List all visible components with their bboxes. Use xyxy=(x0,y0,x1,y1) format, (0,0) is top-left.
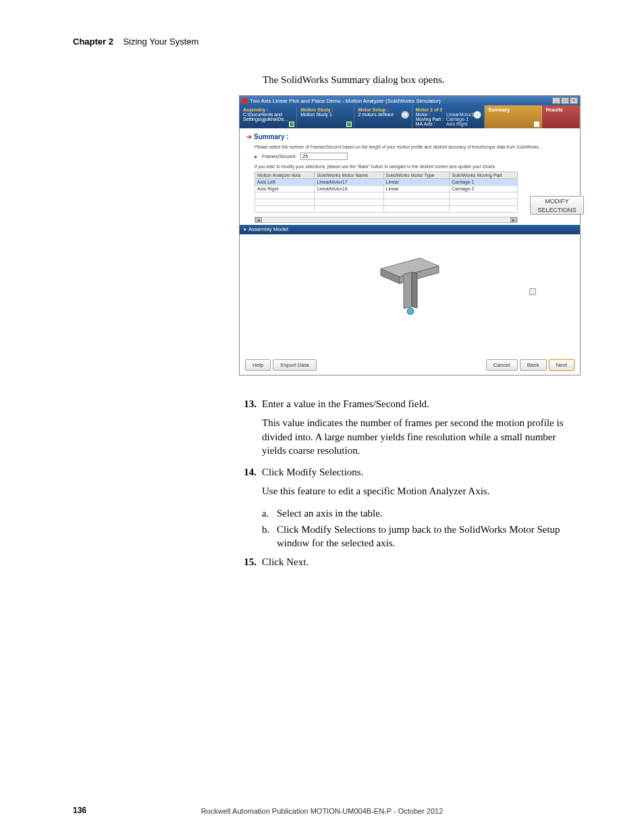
table-row[interactable] xyxy=(255,192,518,199)
frames-second-label: Frames/Second: xyxy=(262,154,296,159)
step-motion-study[interactable]: Motion Study : Motion Study 1 xyxy=(297,105,354,128)
step-summary[interactable]: Summary xyxy=(485,105,542,128)
check-icon xyxy=(289,122,294,127)
close-button[interactable]: × xyxy=(570,97,578,104)
modify-selections-button[interactable]: MODIFY SELECTIONS xyxy=(530,196,584,215)
page-header: Chapter 2 Sizing Your System xyxy=(73,36,571,47)
assembly-model-bar[interactable]: ▾Assembly Model xyxy=(240,225,580,234)
step-results[interactable]: Results xyxy=(542,105,580,128)
window-title: Two Axis Linear Pick and Place Demo - Mo… xyxy=(250,98,441,104)
check-icon xyxy=(346,122,352,127)
check-icon xyxy=(534,122,539,127)
maximize-button[interactable]: □ xyxy=(561,97,569,104)
step-15: 15. Click Next. xyxy=(242,555,579,569)
axis-table[interactable]: Motion Analyzer Axis SolidWorks Motor Na… xyxy=(254,172,518,213)
step-motor-setup[interactable]: Motor Setup : 2 motors defined ⓘ xyxy=(354,105,412,128)
dialog-body: ➔Summary : Please select the number of F… xyxy=(240,128,580,223)
table-row[interactable] xyxy=(255,206,518,213)
frames-second-row: ▶ Frames/Second: xyxy=(254,153,573,160)
cancel-button[interactable]: Cancel xyxy=(486,359,518,371)
collapse-icon: ▾ xyxy=(244,227,246,232)
table-row[interactable]: Axis Left LinearMotor17 Linear Carriage-… xyxy=(255,179,518,186)
step-13-para: This value indicates the number of frame… xyxy=(262,416,579,457)
info-icon[interactable]: ⓘ xyxy=(401,111,409,119)
horizontal-scrollbar[interactable]: ◄► xyxy=(254,217,518,223)
table-row[interactable]: Axis Right LinearMotor18 Linear Carriage… xyxy=(255,186,518,192)
model-3d-icon xyxy=(373,254,447,315)
svg-marker-4 xyxy=(412,272,417,308)
triangle-icon: ▶ xyxy=(254,154,258,159)
svg-point-5 xyxy=(407,308,414,315)
frames-second-input[interactable] xyxy=(300,153,348,160)
chapter-label: Chapter 2 xyxy=(73,36,113,47)
step-assembly[interactable]: Assembly : C:\Documents and Settings\gju… xyxy=(240,105,297,128)
dialog-screenshot: Two Axis Linear Pick and Place Demo - Mo… xyxy=(239,95,581,375)
scroll-left-icon[interactable]: ◄ xyxy=(255,217,262,222)
app-icon xyxy=(242,98,248,104)
scroll-right-icon[interactable]: ► xyxy=(510,217,517,222)
intro-text: The SolidWorks Summary dialog box opens. xyxy=(263,74,445,86)
next-button[interactable]: Next xyxy=(549,359,574,371)
window-controls: _ □ × xyxy=(552,97,578,104)
page-footer: Rockwell Automation Publication MOTION-U… xyxy=(0,807,644,815)
summary-heading: ➔Summary : xyxy=(246,133,573,140)
table-header-row: Motion Analyzer Axis SolidWorks Motor Na… xyxy=(255,172,518,179)
note-text-1: Please select the number of Frames/Secon… xyxy=(254,145,573,149)
svg-marker-3 xyxy=(404,272,412,309)
chapter-title: Sizing Your System xyxy=(123,36,198,47)
substep-a: a. Select an axis in the table. xyxy=(262,506,579,520)
back-button[interactable]: Back xyxy=(520,359,547,371)
table-row[interactable] xyxy=(255,199,518,206)
help-button[interactable]: Help xyxy=(245,359,271,371)
edit-icon[interactable] xyxy=(529,288,536,295)
instructions-block: 13. Enter a value in the Frames/Second f… xyxy=(242,397,579,575)
export-data-button[interactable]: Export Data xyxy=(273,359,316,371)
model-viewport[interactable] xyxy=(240,234,580,334)
substep-b: b. Click Modify Selections to jump back … xyxy=(262,523,579,550)
axis-table-wrap: Motion Analyzer Axis SolidWorks Motor Na… xyxy=(254,172,518,213)
wizard-steps: Assembly : C:\Documents and Settings\gju… xyxy=(240,105,580,128)
dialog-button-row: Help Export Data Cancel Back Next xyxy=(245,359,574,371)
minimize-button[interactable]: _ xyxy=(552,97,560,104)
step-13: 13. Enter a value in the Frames/Second f… xyxy=(242,397,579,411)
note-text-2: If you wish to modify your selections, p… xyxy=(254,164,573,169)
step-motor-n[interactable]: Motor 2 of 2 Motor : Moving Part : MA Ax… xyxy=(412,105,485,128)
step-14: 14. Click Modify Selections. xyxy=(242,465,579,479)
arrow-icon: ➔ xyxy=(246,133,252,140)
window-titlebar: Two Axis Linear Pick and Place Demo - Mo… xyxy=(240,96,580,105)
step-14-para: Use this feature to edit a specific Moti… xyxy=(262,484,579,498)
